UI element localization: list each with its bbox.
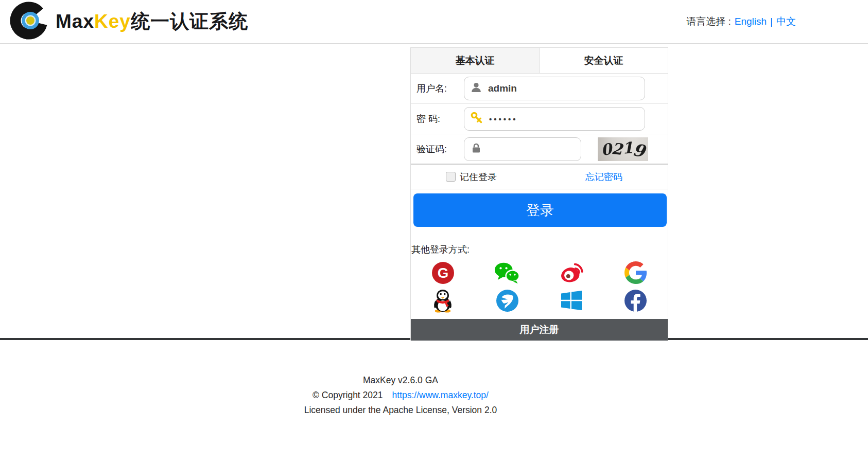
windows-icon[interactable] <box>540 289 604 312</box>
maxkey-logo-icon <box>9 1 48 42</box>
remember-row: 记住登录 忘记密码 <box>411 165 668 189</box>
copyright-line: © Copyright 2021https://www.maxkey.top/ <box>0 388 801 403</box>
remember-checkbox[interactable] <box>446 172 456 182</box>
other-login-methods-label: 其他登录方式: <box>411 243 668 256</box>
header: MaxKey统一认证系统 语言选择 :English|中文 <box>0 0 868 44</box>
login-button[interactable]: 登录 <box>413 193 667 227</box>
facebook-icon[interactable] <box>603 289 668 312</box>
auth-tabs: 基本认证 安全认证 <box>411 48 668 74</box>
version-text: MaxKey v2.6.0 GA <box>0 373 801 388</box>
dingtalk-icon[interactable] <box>475 289 540 312</box>
register-button[interactable]: 用户注册 <box>411 319 668 341</box>
password-input[interactable]: •••••• <box>464 107 645 131</box>
language-label: 语言选择 : <box>686 15 731 28</box>
key-icon <box>470 111 483 127</box>
weibo-icon[interactable] <box>540 261 604 284</box>
language-english-link[interactable]: English <box>735 16 767 27</box>
captcha-row: 验证码: 0219 <box>411 134 668 165</box>
language-chinese-link[interactable]: 中文 <box>776 15 796 28</box>
qq-icon[interactable] <box>411 288 475 313</box>
language-separator: | <box>770 16 773 27</box>
tab-basic-auth[interactable]: 基本认证 <box>411 48 540 73</box>
wechat-icon[interactable] <box>475 262 540 284</box>
login-panel: 基本认证 安全认证 用户名: admin 密 码: <box>410 47 668 341</box>
maxkey-site-link[interactable]: https://www.maxkey.top/ <box>392 390 489 400</box>
username-row: 用户名: admin <box>411 74 668 104</box>
captcha-label: 验证码: <box>416 143 464 155</box>
main-area: 基本认证 安全认证 用户名: admin 密 码: <box>0 44 868 338</box>
maxkey-login-page: MaxKey统一认证系统 语言选择 :English|中文 基本认证 安全认证 … <box>0 0 868 463</box>
username-label: 用户名: <box>416 82 464 95</box>
captcha-image[interactable]: 0219 <box>598 137 648 161</box>
tab-secure-auth[interactable]: 安全认证 <box>540 48 668 73</box>
forgot-password-link[interactable]: 忘记密码 <box>585 171 622 183</box>
footer: MaxKey v2.6.0 GA © Copyright 2021https:/… <box>0 340 868 418</box>
remember-label: 记住登录 <box>460 171 497 183</box>
brand: MaxKey统一认证系统 <box>9 1 248 42</box>
license-text: Licensed under the Apache License, Versi… <box>0 403 801 418</box>
password-label: 密 码: <box>416 113 464 125</box>
user-icon <box>470 81 482 96</box>
svg-text:G: G <box>438 264 448 280</box>
gitee-icon[interactable]: G <box>411 261 475 284</box>
language-selector: 语言选择 :English|中文 <box>686 15 796 28</box>
social-row-2 <box>411 287 668 314</box>
password-value: •••••• <box>489 115 518 123</box>
google-icon[interactable] <box>603 261 668 284</box>
password-row: 密 码: •••••• <box>411 104 668 134</box>
copyright-text: © Copyright 2021 <box>313 390 383 400</box>
page-title: MaxKey统一认证系统 <box>56 9 248 34</box>
captcha-input[interactable] <box>464 137 581 161</box>
lock-icon <box>470 142 482 156</box>
username-value: admin <box>488 83 517 94</box>
username-input[interactable]: admin <box>464 77 645 100</box>
social-row-1: G <box>411 259 668 287</box>
